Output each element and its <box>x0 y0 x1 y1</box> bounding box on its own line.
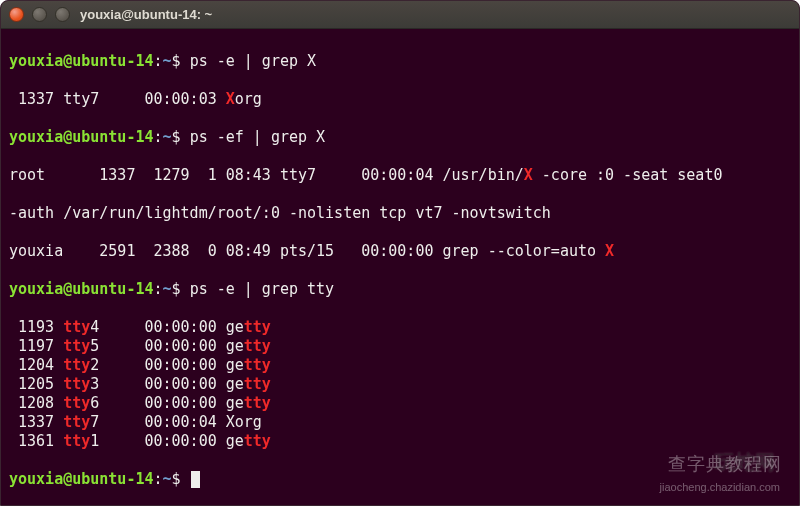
maximize-icon[interactable] <box>55 7 70 22</box>
output-row: 1197 tty5 00:00:00 getty <box>9 337 791 356</box>
terminal-window: youxia@ubuntu-14: ~ youxia@ubuntu-14:~$ … <box>0 0 800 506</box>
grep-highlight: X <box>226 90 235 108</box>
output-row: -auth /var/run/lightdm/root/:0 -nolisten… <box>9 204 791 223</box>
output-row: root 1337 1279 1 08:43 tty7 00:00:04 /us… <box>9 166 791 185</box>
prompt-line: youxia@ubuntu-14:~$ ps -ef | grep X <box>9 128 791 147</box>
prompt-line: youxia@ubuntu-14:~$ ps -e | grep X <box>9 52 791 71</box>
close-icon[interactable] <box>9 7 24 22</box>
output-row: 1337 tty7 00:00:04 Xorg <box>9 413 791 432</box>
cursor-icon <box>191 471 200 488</box>
grep-highlight: tty <box>63 356 90 374</box>
output-row: 1205 tty3 00:00:00 getty <box>9 375 791 394</box>
command-text: ps -ef | grep X <box>190 128 325 146</box>
output-row: 1193 tty4 00:00:00 getty <box>9 318 791 337</box>
prompt-path: ~ <box>163 52 172 70</box>
grep-highlight: tty <box>244 337 271 355</box>
window-controls <box>9 7 70 22</box>
grep-highlight: tty <box>244 432 271 450</box>
prompt-line: youxia@ubuntu-14:~$ <box>9 470 791 489</box>
grep-highlight: tty <box>63 375 90 393</box>
grep-highlight: tty <box>63 413 90 431</box>
grep-highlight: X <box>605 242 614 260</box>
grep-highlight: tty <box>244 356 271 374</box>
grep-highlight: tty <box>244 318 271 336</box>
grep-highlight: tty <box>63 394 90 412</box>
prompt-line: youxia@ubuntu-14:~$ ps -e | grep tty <box>9 280 791 299</box>
grep-highlight: tty <box>244 394 271 412</box>
minimize-icon[interactable] <box>32 7 47 22</box>
grep-highlight: X <box>524 166 533 184</box>
output-row: 1361 tty1 00:00:00 getty <box>9 432 791 451</box>
command-text: ps -e | grep tty <box>190 280 335 298</box>
output-row: youxia 2591 2388 0 08:49 pts/15 00:00:00… <box>9 242 791 261</box>
prompt-user: youxia@ubuntu-14 <box>9 52 154 70</box>
grep-highlight: tty <box>63 318 90 336</box>
grep-highlight: tty <box>244 375 271 393</box>
output-row: 1208 tty6 00:00:00 getty <box>9 394 791 413</box>
terminal-output[interactable]: youxia@ubuntu-14:~$ ps -e | grep X 1337 … <box>1 29 799 506</box>
grep-highlight: tty <box>63 432 90 450</box>
output-row: 1337 tty7 00:00:03 Xorg <box>9 90 791 109</box>
command-text: ps -e | grep X <box>190 52 316 70</box>
window-title: youxia@ubuntu-14: ~ <box>80 7 212 22</box>
window-titlebar: youxia@ubuntu-14: ~ <box>1 1 799 29</box>
output-row: 1204 tty2 00:00:00 getty <box>9 356 791 375</box>
grep-highlight: tty <box>63 337 90 355</box>
